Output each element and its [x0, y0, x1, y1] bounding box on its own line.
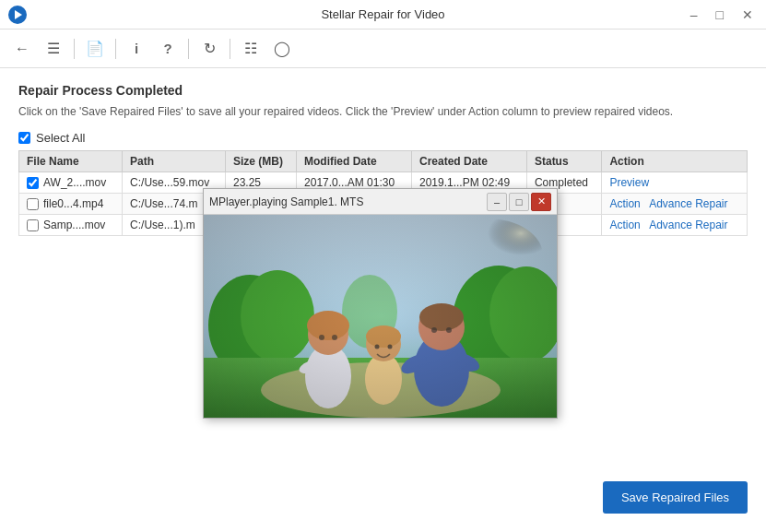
menu-button[interactable]: ☰	[41, 36, 66, 62]
mplayer-maximize-button[interactable]: □	[509, 193, 529, 211]
col-action: Action	[602, 151, 748, 172]
title-bar: Stellar Repair for Video – □ ✕	[0, 0, 766, 30]
window-controls: – □ ✕	[685, 6, 759, 23]
col-path: Path	[123, 151, 226, 172]
minimize-button[interactable]: –	[685, 6, 703, 23]
cell-action-2: Action Advance Repair	[602, 194, 748, 215]
video-frame	[204, 215, 557, 418]
row2-checkbox[interactable]	[27, 198, 39, 210]
toolbar: ← ☰ 📄 i ? ↻ ☷ ◯	[0, 30, 766, 68]
filename-3: Samp....mov	[43, 219, 105, 231]
app-icon	[7, 5, 28, 25]
mplayer-titlebar: MPlayer.playing Sample1. MTS – □ ✕	[204, 189, 557, 215]
mplayer-popup: MPlayer.playing Sample1. MTS – □ ✕	[203, 188, 558, 419]
select-all-label[interactable]: Select All	[36, 131, 85, 145]
toolbar-separator-3	[188, 39, 189, 59]
table-header-row: File Name Path Size (MB) Modified Date C…	[19, 151, 748, 172]
select-all-row: Select All	[18, 131, 748, 145]
col-status: Status	[526, 151, 601, 172]
file-icon: 📄	[86, 40, 104, 57]
user-icon: ◯	[274, 40, 290, 57]
close-button[interactable]: ✕	[737, 6, 759, 23]
svg-rect-30	[204, 215, 557, 418]
status-title: Repair Process Completed	[18, 83, 748, 98]
filename-1: AW_2....mov	[43, 176, 106, 189]
mplayer-controls: – □ ✕	[487, 193, 551, 211]
cell-action-3: Action Advance Repair	[602, 215, 748, 236]
advance-repair-link-3[interactable]: Advance Repair	[649, 219, 727, 231]
preview-link-1[interactable]: Preview	[609, 176, 649, 189]
col-size: Size (MB)	[225, 151, 296, 172]
back-icon: ←	[15, 41, 29, 57]
mplayer-title: MPlayer.playing Sample1. MTS	[209, 195, 363, 208]
cart-icon: ☷	[244, 40, 257, 57]
back-button[interactable]: ←	[9, 36, 35, 62]
cell-filename-3: Samp....mov	[19, 215, 123, 236]
title-bar-left	[7, 5, 28, 25]
refresh-icon: ↻	[204, 40, 216, 57]
action-link-3[interactable]: Action	[609, 219, 640, 231]
col-created: Created Date	[412, 151, 527, 172]
help-button[interactable]: ?	[155, 36, 181, 62]
save-button-container: Save Repaired Files	[603, 481, 748, 514]
toolbar-separator-4	[230, 39, 230, 59]
toolbar-separator-1	[74, 39, 75, 59]
action-link-2[interactable]: Action	[609, 197, 640, 210]
window-title: Stellar Repair for Video	[321, 7, 444, 21]
filename-2: file0...4.mp4	[43, 197, 103, 210]
cell-filename-1: AW_2....mov	[19, 172, 123, 194]
row1-checkbox[interactable]	[27, 177, 39, 189]
file-button[interactable]: 📄	[82, 36, 108, 62]
advance-repair-link-2[interactable]: Advance Repair	[649, 197, 727, 210]
user-button[interactable]: ◯	[269, 36, 295, 62]
cell-filename-2: file0...4.mp4	[19, 194, 123, 215]
mplayer-video-area	[204, 215, 557, 418]
toolbar-separator-2	[115, 39, 116, 59]
mplayer-close-button[interactable]: ✕	[531, 193, 551, 211]
hamburger-icon: ☰	[47, 40, 60, 57]
save-repaired-files-button[interactable]: Save Repaired Files	[603, 481, 748, 514]
main-content: Repair Process Completed Click on the 'S…	[0, 68, 766, 532]
status-description: Click on the 'Save Repaired Files' to sa…	[18, 103, 748, 120]
info-button[interactable]: i	[124, 36, 149, 62]
refresh-button[interactable]: ↻	[196, 36, 222, 62]
info-icon: i	[135, 41, 138, 56]
cart-button[interactable]: ☷	[238, 36, 264, 62]
maximize-button[interactable]: □	[711, 6, 729, 23]
select-all-checkbox[interactable]	[18, 132, 30, 144]
cell-action-1: Preview	[602, 172, 748, 194]
row3-checkbox[interactable]	[27, 219, 39, 231]
col-modified: Modified Date	[297, 151, 412, 172]
mplayer-minimize-button[interactable]: –	[487, 193, 507, 211]
help-icon: ?	[163, 41, 171, 56]
col-filename: File Name	[19, 151, 123, 172]
